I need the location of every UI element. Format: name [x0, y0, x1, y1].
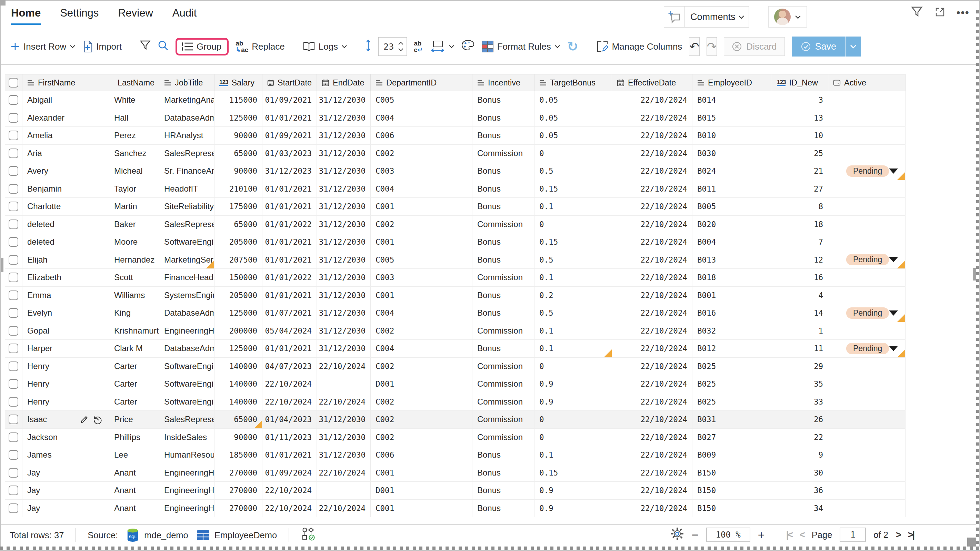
group-button[interactable]: Group: [181, 41, 221, 52]
cell-dropdown-icon[interactable]: [889, 346, 898, 351]
column-header-first[interactable]: FirstName: [22, 75, 109, 91]
cell-start[interactable]: 01/01/2021: [262, 233, 317, 251]
table-row[interactable]: deletedMooreSoftwareEngi20500001/01/2021…: [5, 233, 905, 251]
cell-salary[interactable]: 125000: [215, 109, 262, 127]
cell-start[interactable]: 01/03/2023: [262, 145, 317, 162]
cell-empid[interactable]: B004: [692, 233, 772, 251]
cell-incentive[interactable]: Bonus: [473, 91, 535, 109]
row-checkbox[interactable]: [9, 432, 18, 442]
page-number-input[interactable]: 1: [840, 527, 866, 542]
cell-empid[interactable]: B150: [692, 482, 772, 499]
row-checkbox[interactable]: [9, 184, 18, 194]
table-row[interactable]: ElijahHernandezMarketingSer20750001/01/2…: [5, 251, 905, 269]
cell-idnew[interactable]: 14: [772, 304, 828, 322]
cell-target[interactable]: 0.05: [535, 91, 612, 109]
cell-job[interactable]: InsideSales: [159, 429, 215, 446]
cell-empid[interactable]: B025: [692, 393, 772, 411]
cell-salary[interactable]: 90000: [215, 429, 262, 446]
column-header-empid[interactable]: EmployeeID: [692, 75, 772, 91]
cell-incentive[interactable]: Commission: [473, 358, 535, 375]
cell-empid[interactable]: B020: [692, 216, 772, 233]
left-scroll-thumb[interactable]: [1, 258, 3, 272]
cell-first[interactable]: Amelia: [22, 127, 109, 144]
cell-salary[interactable]: 90000: [215, 127, 262, 144]
cell-first[interactable]: Isaac: [22, 411, 109, 428]
row-select-cell[interactable]: [5, 216, 22, 233]
cell-end[interactable]: [317, 482, 371, 499]
table-row[interactable]: BenjaminTaylorHeadofIT21010001/01/202131…: [5, 180, 905, 198]
row-select-cell[interactable]: [5, 233, 22, 251]
insert-row-button[interactable]: Insert Row: [10, 41, 76, 52]
cell-effective[interactable]: 22/10/2024: [612, 180, 692, 198]
cell-effective[interactable]: 22/10/2024: [612, 91, 692, 109]
table-row[interactable]: ElizabethScottFinanceHead15000001/01/202…: [5, 269, 905, 287]
cell-dept[interactable]: C002: [371, 145, 473, 162]
cell-job[interactable]: SalesReprese: [159, 145, 215, 162]
cell-effective[interactable]: 22/10/2024: [612, 482, 692, 499]
cell-first[interactable]: Gopal: [22, 322, 109, 340]
column-header-active[interactable]: Active: [828, 75, 905, 91]
cell-end[interactable]: 31/12/2030: [317, 216, 371, 233]
cell-dept[interactable]: C001: [371, 233, 473, 251]
user-menu-button[interactable]: [768, 6, 807, 27]
expand-window-icon[interactable]: [934, 6, 946, 20]
row-select-cell[interactable]: [5, 251, 22, 269]
row-checkbox[interactable]: [9, 343, 18, 353]
cell-end[interactable]: [317, 375, 371, 393]
cell-incentive[interactable]: Bonus: [473, 287, 535, 304]
cell-salary[interactable]: 207500: [215, 251, 262, 269]
cell-dept[interactable]: C004: [371, 340, 473, 357]
cell-incentive[interactable]: Bonus: [473, 340, 535, 357]
cell-dept[interactable]: D001: [371, 375, 473, 393]
cell-effective[interactable]: 22/10/2024: [612, 251, 692, 269]
cell-start[interactable]: 04/07/2023: [262, 358, 317, 375]
cell-salary[interactable]: 270000: [215, 500, 262, 517]
cell-end[interactable]: 31/12/2030: [317, 429, 371, 446]
zoom-out-button[interactable]: −: [692, 529, 698, 541]
manage-columns-button[interactable]: Manage Columns: [596, 40, 682, 53]
cell-dept[interactable]: C006: [371, 446, 473, 464]
save-button[interactable]: Save: [792, 37, 861, 57]
cell-last[interactable]: Anant: [109, 482, 159, 499]
cell-effective[interactable]: 22/10/2024: [612, 375, 692, 393]
cell-incentive[interactable]: Commission: [473, 429, 535, 446]
row-select-cell[interactable]: [5, 287, 22, 304]
cell-empid[interactable]: B032: [692, 322, 772, 340]
cell-salary[interactable]: 175000: [215, 198, 262, 215]
cell-job[interactable]: SoftwareEngi: [159, 375, 215, 393]
format-rules-button[interactable]: Format Rules: [481, 40, 560, 53]
cell-salary[interactable]: 150000: [215, 269, 262, 286]
row-checkbox[interactable]: [9, 219, 18, 229]
cell-dept[interactable]: C002: [371, 216, 473, 233]
cell-active[interactable]: [828, 322, 905, 340]
cell-last[interactable]: Carter: [109, 358, 159, 375]
cell-incentive[interactable]: Bonus: [473, 464, 535, 482]
cell-job[interactable]: EngineeringH: [159, 322, 215, 340]
cell-dept[interactable]: C006: [371, 127, 473, 144]
row-select-cell[interactable]: [5, 340, 22, 357]
cell-job[interactable]: SalesReprese: [159, 411, 215, 428]
cell-first[interactable]: Harper: [22, 340, 109, 357]
cell-empid[interactable]: B012: [692, 340, 772, 357]
table-row[interactable]: EmmaWilliamsSystemsEngin20500001/01/2021…: [5, 287, 905, 305]
cell-active[interactable]: [828, 127, 905, 144]
row-checkbox[interactable]: [9, 95, 18, 105]
cell-active[interactable]: [828, 393, 905, 411]
table-row[interactable]: JayAnantEngineeringH27000022/10/202422/1…: [5, 500, 905, 518]
row-select-cell[interactable]: [5, 375, 22, 393]
cell-empid[interactable]: B024: [692, 162, 772, 180]
row-checkbox[interactable]: [9, 291, 18, 300]
column-header-end[interactable]: EndDate: [317, 75, 371, 91]
column-header-idnew[interactable]: 123ID_New: [772, 75, 828, 91]
cell-active[interactable]: Pending: [828, 304, 905, 322]
cell-job[interactable]: EngineeringH: [159, 464, 215, 482]
cell-job[interactable]: FinanceHead: [159, 269, 215, 286]
cell-last[interactable]: Taylor: [109, 180, 159, 198]
cell-active[interactable]: [828, 482, 905, 499]
cell-end[interactable]: 31/12/2030: [317, 251, 371, 269]
vertical-scrollbar-thumb[interactable]: [973, 268, 976, 281]
cell-idnew[interactable]: 8: [772, 198, 828, 215]
cell-salary[interactable]: 125000: [215, 340, 262, 357]
cell-job[interactable]: HumanResou: [159, 446, 215, 464]
row-checkbox[interactable]: [9, 326, 18, 336]
